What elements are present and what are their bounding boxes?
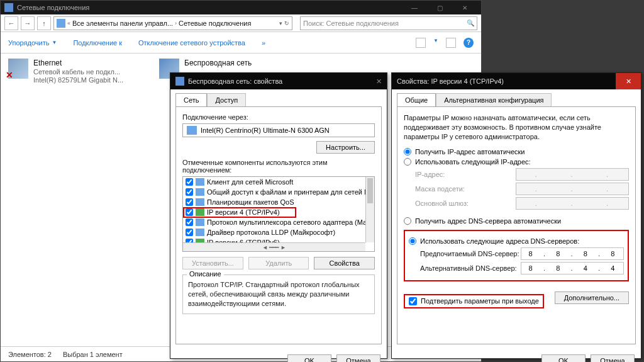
ethernet-icon bbox=[8, 59, 28, 79]
subnet-mask-field: ... bbox=[516, 183, 629, 195]
preferred-dns-field[interactable]: 8.8.8.8 bbox=[521, 247, 624, 260]
ok-button[interactable]: OK bbox=[541, 354, 586, 362]
description-group: Описание Протокол TCP/IP. Стандартный пр… bbox=[182, 274, 375, 314]
list-item: Планировщик пакетов QoS bbox=[183, 197, 374, 207]
cancel-button[interactable]: Отмена bbox=[336, 354, 380, 362]
window-title: Сетевые подключения bbox=[17, 4, 402, 11]
intro-text: Параметры IP можно назначать автоматичес… bbox=[404, 113, 629, 142]
minimize-button[interactable] bbox=[402, 1, 427, 14]
up-button[interactable]: ↑ bbox=[37, 16, 51, 30]
cancel-button[interactable]: Отмена bbox=[591, 354, 635, 362]
selection-count: Выбран 1 элемент bbox=[63, 351, 123, 358]
scrollbar-vertical[interactable] bbox=[365, 177, 374, 242]
ip-address-field: ... bbox=[516, 168, 629, 181]
view-options-icon[interactable] bbox=[416, 38, 426, 48]
search-input[interactable]: Поиск: Сетевые подключения bbox=[300, 16, 477, 30]
dialog-titlebar[interactable]: Беспроводная сеть: свойства ✕ bbox=[170, 73, 387, 89]
configure-button[interactable]: Настроить... bbox=[316, 141, 375, 154]
remove-button: Удалить bbox=[248, 257, 309, 269]
radio-dns-auto[interactable]: Получить адрес DNS-сервера автоматически bbox=[404, 217, 629, 225]
gateway-field: ... bbox=[516, 197, 629, 210]
ipv4-properties-dialog: Свойства: IP версии 4 (TCP/IPv4) ✕ Общие… bbox=[391, 72, 641, 359]
list-item: Протокол мультиплексора сетевого адаптер… bbox=[183, 217, 374, 227]
command-toolbar: Упорядочить▼ Подключение к Отключение се… bbox=[1, 32, 481, 54]
list-item: Драйвер протокола LLDP (Майкрософт) bbox=[183, 227, 374, 237]
close-icon[interactable]: ✕ bbox=[376, 77, 382, 86]
disable-device-button[interactable]: Отключение сетевого устройства bbox=[138, 39, 245, 47]
list-item: Клиент для сетей Microsoft bbox=[183, 177, 374, 187]
components-label: Отмеченные компоненты используются этим … bbox=[182, 159, 375, 174]
tab-alternative[interactable]: Альтернативная конфигурация bbox=[436, 93, 552, 106]
preview-pane-icon[interactable] bbox=[446, 38, 456, 48]
item-count: Элементов: 2 bbox=[8, 351, 52, 358]
install-button[interactable]: Установить... bbox=[182, 257, 243, 269]
location-icon bbox=[57, 19, 65, 28]
back-button[interactable]: ← bbox=[4, 16, 18, 30]
titlebar[interactable]: Сетевые подключения bbox=[1, 1, 481, 14]
advanced-button[interactable]: Дополнительно... bbox=[555, 291, 629, 304]
close-button[interactable] bbox=[452, 1, 477, 14]
scrollbar-horizontal[interactable]: ◄ ━━━ ► bbox=[183, 242, 365, 251]
close-button[interactable]: ✕ bbox=[616, 73, 641, 89]
tab-general[interactable]: Общие bbox=[397, 93, 436, 106]
tab-network[interactable]: Сеть bbox=[175, 93, 207, 106]
maximize-button[interactable] bbox=[427, 1, 452, 14]
list-item: Общий доступ к файлам и принтерам для се… bbox=[183, 187, 374, 197]
ok-button[interactable]: OK bbox=[287, 354, 331, 362]
adapter-field: Intel(R) Centrino(R) Ultimate-N 6300 AGN bbox=[182, 123, 375, 137]
forward-button[interactable]: → bbox=[21, 16, 35, 30]
radio-dns-manual[interactable]: Использовать следующие адреса DNS-сервер… bbox=[409, 237, 624, 245]
connect-to-button[interactable]: Подключение к bbox=[73, 39, 122, 47]
app-icon bbox=[4, 3, 13, 12]
alternate-dns-field[interactable]: 8.8.4.4 bbox=[521, 262, 624, 274]
connection-ethernet[interactable]: Ethernet Сетевой кабель не подкл... Inte… bbox=[8, 59, 147, 84]
validate-checkbox[interactable]: Подтвердить параметры при выходе bbox=[409, 297, 539, 305]
organize-menu[interactable]: Упорядочить▼ bbox=[8, 39, 57, 47]
tabstrip: Сеть Доступ bbox=[170, 89, 387, 106]
address-toolbar: ← → ↑ « Все элементы панели управл... › … bbox=[1, 14, 481, 32]
component-properties-button[interactable]: Свойства bbox=[314, 257, 375, 269]
wifi-icon bbox=[175, 77, 184, 86]
dialog-titlebar[interactable]: Свойства: IP версии 4 (TCP/IPv4) ✕ bbox=[392, 73, 641, 89]
help-icon[interactable]: ? bbox=[464, 38, 474, 48]
components-list[interactable]: Клиент для сетей Microsoft Общий доступ … bbox=[182, 176, 375, 252]
radio-ip-manual[interactable]: Использовать следующий IP-адрес: bbox=[404, 158, 629, 166]
adapter-icon bbox=[187, 126, 197, 135]
list-item-ipv4: IP версии 4 (TCP/IPv4) bbox=[183, 207, 374, 217]
tabstrip: Общие Альтернативная конфигурация bbox=[392, 89, 641, 106]
connect-via-label: Подключение через: bbox=[182, 113, 375, 121]
breadcrumb[interactable]: « Все элементы панели управл... › Сетевы… bbox=[53, 16, 292, 30]
tab-access[interactable]: Доступ bbox=[207, 93, 246, 106]
highlight-dns: Использовать следующие адреса DNS-сервер… bbox=[404, 230, 629, 281]
wireless-properties-dialog: Беспроводная сеть: свойства ✕ Сеть Досту… bbox=[170, 72, 387, 359]
highlight-validate: Подтвердить параметры при выходе bbox=[404, 294, 544, 308]
radio-ip-auto[interactable]: Получить IP-адрес автоматически bbox=[404, 148, 629, 156]
more-button[interactable]: » bbox=[262, 39, 265, 47]
